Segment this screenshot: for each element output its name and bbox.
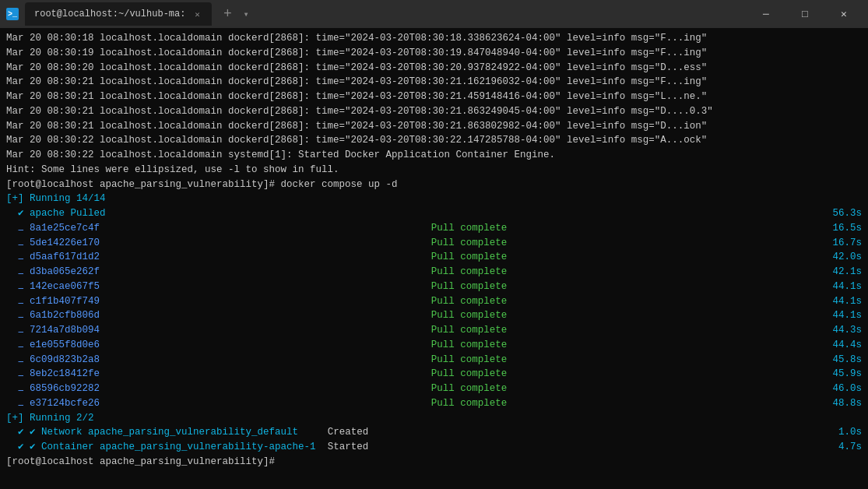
title-bar-left: >_ root@localhost:~/vulhub-ma: ✕ + ▾ <box>6 2 742 26</box>
close-button[interactable]: ✕ <box>826 2 862 26</box>
container-prefix: ✔ ✔ Container apache_parsing_vulnerabili… <box>6 440 368 455</box>
layer-line-6: ⚊ 6a1b2cfb806d Pull complete44.1s <box>6 308 862 323</box>
new-tab-button[interactable]: + <box>218 5 237 23</box>
final-prompt-line: [root@localhost apache_parsing_vulnerabi… <box>6 455 862 470</box>
syslog-line-4: Mar 20 08:30:21 localhost.localdomain do… <box>6 75 862 90</box>
hint-line: Hint: Some lines were ellipsized, use -l… <box>6 163 862 178</box>
tab-title: root@localhost:~/vulhub-ma: <box>34 9 185 19</box>
title-bar: >_ root@localhost:~/vulhub-ma: ✕ + ▾ ─ □… <box>0 0 868 28</box>
layer-line-7: ⚊ 7214a7d8b094 Pull complete44.3s <box>6 323 862 338</box>
apache-pulled-text: ✔ apache Pulled <box>6 206 106 221</box>
syslog-line-3: Mar 20 08:30:20 localhost.localdomain do… <box>6 61 862 76</box>
syslog-line-5: Mar 20 08:30:21 localhost.localdomain do… <box>6 90 862 104</box>
terminal-output: Mar 20 08:30:18 localhost.localdomain do… <box>0 28 868 489</box>
layer-line-0: ⚊ 8a1e25ce7c4f Pull complete16.5s <box>6 221 862 236</box>
tab-dropdown-button[interactable]: ▾ <box>243 9 248 20</box>
layer-line-9: ⚊ 6c09d823b2a8 Pull complete45.8s <box>6 353 862 368</box>
syslog-line-9: Mar 20 08:30:22 localhost.localdomain sy… <box>6 148 862 163</box>
layer-line-4: ⚊ 142ecae067f5 Pull complete44.1s <box>6 280 862 294</box>
container-line: ✔ ✔ Container apache_parsing_vulnerabili… <box>6 440 862 455</box>
network-prefix: ✔ ✔ Network apache_parsing_vulnerability… <box>6 425 368 440</box>
layers-container: ⚊ 8a1e25ce7c4f Pull complete16.5s ⚊ 5de1… <box>6 221 862 411</box>
layer-line-8: ⚊ e1e055f8d0e6 Pull complete44.4s <box>6 338 862 353</box>
active-tab[interactable]: root@localhost:~/vulhub-ma: ✕ <box>25 2 212 26</box>
apache-pulled-time: 56.3s <box>832 206 862 221</box>
prompt-line: [root@localhost apache_parsing_vulnerabi… <box>6 178 862 192</box>
layer-line-11: ⚊ 68596cb92282 Pull complete46.0s <box>6 382 862 396</box>
layer-line-10: ⚊ 8eb2c18412fe Pull complete45.9s <box>6 367 862 382</box>
layer-line-2: ⚊ d5aaf617d1d2 Pull complete42.0s <box>6 250 862 265</box>
syslog-line-7: Mar 20 08:30:21 localhost.localdomain do… <box>6 119 862 134</box>
network-line: ✔ ✔ Network apache_parsing_vulnerability… <box>6 425 862 440</box>
maximize-button[interactable]: □ <box>787 2 823 26</box>
running-2-line: [+] Running 2/2 <box>6 411 862 426</box>
layer-line-12: ⚊ e37124bcfe26 Pull complete48.8s <box>6 396 862 411</box>
syslog-line-8: Mar 20 08:30:22 localhost.localdomain do… <box>6 133 862 148</box>
window-controls: ─ □ ✕ <box>748 2 862 26</box>
syslog-line-6: Mar 20 08:30:21 localhost.localdomain do… <box>6 104 862 119</box>
minimize-button[interactable]: ─ <box>748 2 784 26</box>
tab-close-button[interactable]: ✕ <box>192 9 202 19</box>
apache-pulled-line: ✔ apache Pulled56.3s <box>6 206 862 221</box>
syslog-line-2: Mar 20 08:30:19 localhost.localdomain do… <box>6 46 862 61</box>
syslog-line-1: Mar 20 08:30:18 localhost.localdomain do… <box>6 31 862 46</box>
terminal-icon: >_ <box>6 8 19 20</box>
layer-line-5: ⚊ c1f1b407f749 Pull complete44.1s <box>6 294 862 309</box>
layer-line-1: ⚊ 5de14226e170 Pull complete16.7s <box>6 236 862 251</box>
layer-line-3: ⚊ d3ba065e262f Pull complete42.1s <box>6 265 862 280</box>
running-14-line: [+] Running 14/14 <box>6 192 862 206</box>
